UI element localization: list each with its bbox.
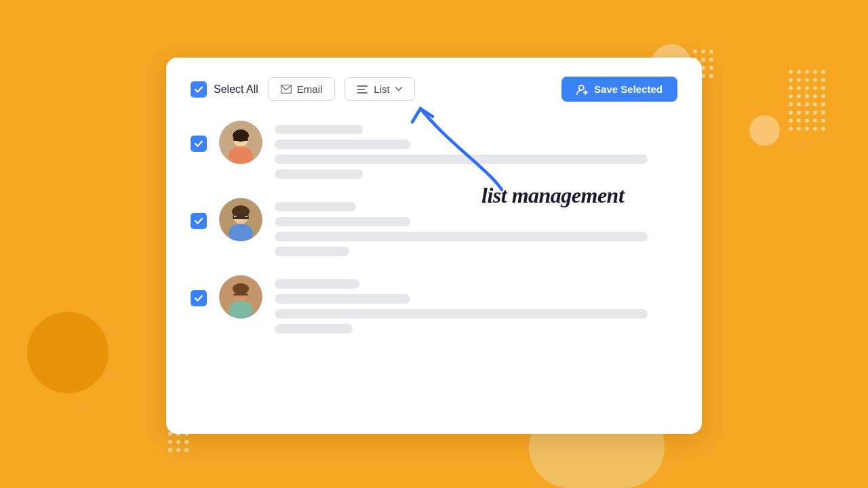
row-1-content — [275, 121, 677, 179]
skeleton-bar — [275, 324, 353, 333]
skeleton-bar — [275, 247, 349, 256]
skeleton-bar — [275, 202, 356, 211]
avatar-1 — [219, 121, 262, 164]
save-selected-button[interactable]: Save Selected — [561, 77, 677, 102]
skeleton-bar — [275, 294, 410, 304]
chevron-down-icon — [395, 87, 402, 92]
select-all-checkbox[interactable] — [191, 81, 207, 98]
save-selected-button-label: Save Selected — [594, 83, 663, 95]
skeleton-bar — [275, 279, 359, 289]
row-3-checkbox[interactable] — [191, 290, 207, 306]
svg-point-20 — [233, 283, 249, 294]
checkmark-icon — [194, 216, 203, 226]
row-2-content — [275, 198, 677, 256]
avatar-2-image — [219, 198, 262, 241]
list-button-label: List — [374, 83, 389, 95]
dot-pattern-top-right — [787, 68, 827, 133]
checkmark-icon — [194, 139, 203, 148]
skeleton-bar — [275, 169, 363, 179]
skeleton-bar — [275, 309, 648, 319]
skeleton-bar — [275, 217, 410, 226]
skeleton-bar — [275, 155, 648, 164]
list-icon — [357, 85, 368, 94]
row-2-checkbox[interactable] — [191, 213, 207, 229]
skeleton-bar — [275, 232, 648, 241]
avatar-3-image — [219, 275, 262, 319]
email-icon — [281, 85, 292, 94]
list-item — [191, 198, 677, 256]
avatar-3 — [219, 275, 262, 319]
add-person-icon — [576, 84, 589, 95]
skeleton-bar — [275, 140, 410, 149]
svg-rect-8 — [233, 138, 248, 141]
row-1-checkbox[interactable] — [191, 136, 207, 152]
list-button[interactable]: List — [344, 77, 414, 101]
checkmark-icon — [194, 293, 203, 303]
skeleton-bar — [275, 125, 363, 134]
row-3-content — [275, 275, 677, 333]
list-item — [191, 275, 677, 333]
toolbar: Select All Email List — [191, 77, 677, 102]
email-button-label: Email — [297, 83, 323, 95]
svg-rect-21 — [233, 293, 248, 296]
avatar-1-image — [219, 121, 262, 164]
email-button[interactable]: Email — [268, 77, 336, 101]
main-card: Select All Email List — [166, 58, 702, 434]
select-all-control[interactable]: Select All — [191, 81, 258, 98]
checkmark-icon — [194, 85, 203, 94]
avatar-2 — [219, 198, 262, 241]
bg-circle-mid-right — [749, 115, 780, 146]
bg-circle-bottom-left — [27, 312, 108, 393]
list-item — [191, 121, 677, 179]
select-all-label: Select All — [214, 83, 258, 96]
svg-point-4 — [579, 85, 584, 89]
